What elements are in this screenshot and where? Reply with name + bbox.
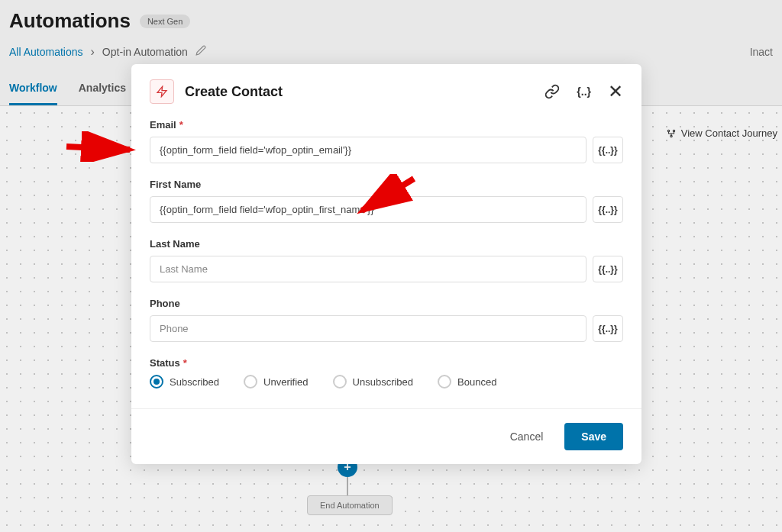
email-input[interactable] (150, 137, 586, 163)
modal-title-wrap: Create Contact (150, 79, 283, 104)
field-phone: Phone {{..}} (150, 298, 623, 342)
modal-header: Create Contact {..} ✕ (131, 64, 641, 119)
next-gen-badge: Next Gen (140, 15, 190, 28)
merge-tags-icon[interactable]: {..} (577, 85, 591, 98)
radio-unsubscribed[interactable]: Unsubscribed (333, 375, 414, 389)
view-contact-journey-button[interactable]: View Contact Journey (666, 127, 777, 139)
svg-point-2 (671, 135, 672, 137)
radio-subscribed[interactable]: Subscribed (150, 375, 219, 389)
tab-analytics[interactable]: Analytics (79, 73, 126, 105)
field-first-name: First Name {{..}} (150, 179, 623, 223)
field-status: Status * Subscribed Unverified Unsubscri… (150, 357, 623, 389)
status-label-modal: Status * (150, 357, 623, 369)
tab-workflow[interactable]: Workflow (9, 73, 57, 105)
close-icon[interactable]: ✕ (608, 82, 623, 101)
status-label: Inact (750, 46, 773, 58)
page-title: Automations (9, 9, 131, 33)
field-email: Email * {{..}} (150, 119, 623, 163)
phone-input[interactable] (150, 315, 586, 342)
last-name-label: Last Name (150, 238, 623, 250)
journey-button-label: View Contact Journey (681, 127, 777, 139)
modal-header-actions: {..} ✕ (544, 82, 623, 101)
svg-point-0 (667, 130, 669, 131)
lightning-icon (150, 79, 174, 104)
radio-unverified[interactable]: Unverified (244, 375, 309, 389)
title-row: Automations Next Gen (9, 9, 773, 33)
cancel-button[interactable]: Cancel (501, 423, 553, 450)
link-icon[interactable] (544, 84, 560, 99)
radio-button-icon (150, 375, 163, 389)
radio-button-icon (438, 375, 451, 389)
connector-line (347, 477, 348, 495)
end-automation-node[interactable]: End Automation (307, 495, 393, 515)
modal-footer: Cancel Save (131, 408, 641, 464)
chevron-right-icon: › (91, 45, 95, 59)
pencil-icon[interactable] (196, 45, 206, 59)
modal-title: Create Contact (185, 84, 283, 100)
first-name-input[interactable] (150, 196, 586, 223)
last-name-merge-button[interactable]: {{..}} (593, 256, 623, 282)
email-merge-button[interactable]: {{..}} (593, 137, 623, 163)
radio-bounced[interactable]: Bounced (438, 375, 496, 389)
breadcrumb-root-link[interactable]: All Automations (9, 46, 83, 58)
svg-point-1 (673, 130, 674, 131)
last-name-input[interactable] (150, 256, 586, 282)
required-star: * (183, 357, 187, 369)
breadcrumb: All Automations › Opt-in Automation (9, 45, 206, 59)
radio-button-icon (244, 375, 257, 389)
phone-label: Phone (150, 298, 623, 309)
page-header: Automations Next Gen All Automations › O… (0, 0, 782, 59)
status-radio-group: Subscribed Unverified Unsubscribed Bounc… (150, 375, 623, 389)
field-last-name: Last Name {{..}} (150, 238, 623, 282)
create-contact-modal: Create Contact {..} ✕ Email * {{..}} Fir (131, 64, 641, 464)
modal-body: Email * {{..}} First Name {{..}} Last Na… (131, 119, 641, 408)
breadcrumb-row: All Automations › Opt-in Automation Inac… (9, 45, 773, 59)
save-button[interactable]: Save (564, 423, 623, 450)
breadcrumb-current: Opt-in Automation (102, 46, 188, 58)
phone-merge-button[interactable]: {{..}} (593, 315, 623, 342)
required-star: * (179, 119, 183, 131)
first-name-merge-button[interactable]: {{..}} (593, 196, 623, 223)
svg-marker-5 (157, 86, 166, 96)
email-label: Email * (150, 119, 623, 131)
radio-button-icon (333, 375, 347, 389)
first-name-label: First Name (150, 179, 623, 190)
